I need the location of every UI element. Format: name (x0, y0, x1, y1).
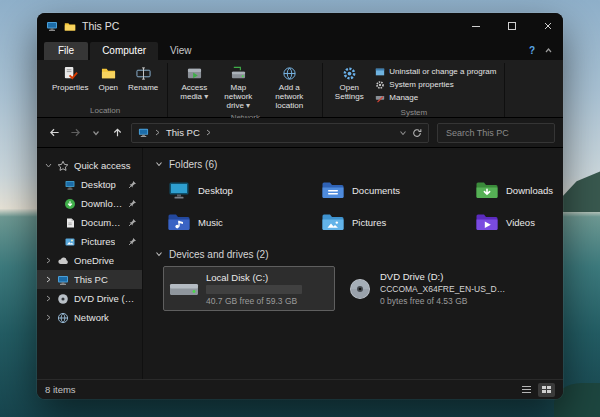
ribbon-button-label: Add a network location (265, 83, 313, 111)
sidebar-item-documents[interactable]: Documents (37, 213, 142, 232)
sidebar-item-this-pc[interactable]: This PC (37, 270, 142, 289)
ribbon-group-label: Location (48, 105, 162, 117)
sidebar-item-network[interactable]: Network (37, 308, 142, 327)
address-dropdown-icon[interactable] (399, 129, 407, 137)
breadcrumb-chevron-icon[interactable] (154, 129, 161, 136)
tile-label: Desktop (198, 185, 233, 196)
manage-icon (375, 93, 385, 103)
tab-file[interactable]: File (44, 42, 88, 60)
back-button[interactable] (45, 124, 63, 142)
minimize-button[interactable] (461, 13, 491, 39)
open-settings-button[interactable]: Open Settings (328, 63, 370, 107)
folder-tile-pictures[interactable]: Pictures (317, 208, 465, 236)
chevron-right-icon[interactable] (45, 314, 52, 321)
access-media-button[interactable]: Access media ▾ (173, 63, 215, 112)
titlebar[interactable]: This PC (37, 13, 563, 39)
ribbon-button-label: Open (98, 83, 118, 92)
folder-tile-documents[interactable]: Documents (317, 176, 465, 204)
pin-icon[interactable] (128, 218, 137, 227)
search-input[interactable] (444, 127, 548, 139)
folder-tile-desktop[interactable]: Desktop (163, 176, 311, 204)
ribbon-button-label: Manage (389, 94, 418, 102)
sidebar-item-quick-access[interactable]: Quick access (37, 156, 142, 175)
chevron-down-icon[interactable] (155, 250, 163, 258)
items-count: 8 items (45, 384, 76, 395)
refresh-icon[interactable] (412, 128, 422, 138)
star-icon (57, 160, 69, 172)
tab-computer[interactable]: Computer (90, 42, 158, 60)
drive-local-disk-c[interactable]: Local Disk (C:) 40.7 GB free of 59.3 GB (163, 266, 335, 311)
navigation-bar: This PC (37, 118, 563, 148)
manage-button[interactable]: Manage (375, 93, 496, 103)
sidebar-item-label: This PC (74, 274, 108, 285)
add-network-location-icon (282, 66, 297, 81)
sidebar-item-label: Quick access (74, 160, 131, 171)
sidebar-item-onedrive[interactable]: OneDrive (37, 251, 142, 270)
network-globe-icon (57, 312, 69, 324)
window-body: Quick access Desktop Downloads (37, 148, 563, 379)
help-icon[interactable]: ? (529, 45, 535, 56)
file-explorer-window: This PC File Computer View ? (37, 13, 563, 399)
section-header-devices[interactable]: Devices and drives (2) (155, 244, 555, 264)
chevron-right-icon[interactable] (45, 295, 52, 302)
breadcrumb-this-pc[interactable]: This PC (166, 127, 200, 138)
pin-icon[interactable] (128, 199, 137, 208)
properties-icon (63, 66, 78, 81)
ribbon-group-network-body: Access media ▾ Map network drive ▾ Add a… (173, 63, 317, 112)
chevron-down-icon[interactable] (45, 162, 52, 169)
up-button[interactable] (108, 124, 126, 142)
properties-button[interactable]: Properties (48, 63, 92, 105)
folder-tile-downloads[interactable]: Downloads (471, 176, 563, 204)
chevron-right-icon[interactable] (45, 276, 52, 283)
recent-locations-dropdown[interactable] (87, 124, 105, 142)
drive-dvd-d[interactable]: DVD Drive (D:) CCCOMA_X64FRE_EN-US_DV9 0… (341, 266, 513, 311)
section-title: Devices and drives (2) (169, 249, 268, 260)
forward-button[interactable] (66, 124, 84, 142)
drive-info: DVD Drive (D:) CCCOMA_X64FRE_EN-US_DV9 0… (380, 271, 507, 306)
view-toggle-buttons (518, 383, 555, 397)
details-view-button[interactable] (518, 383, 535, 397)
system-group-stack: Uninstall or change a program System pro… (372, 63, 499, 107)
folder-tile-music[interactable]: Music (163, 208, 311, 236)
map-network-drive-button[interactable]: Map network drive ▾ (217, 63, 259, 112)
folder-tile-videos[interactable]: Videos (471, 208, 563, 236)
sidebar-item-downloads[interactable]: Downloads (37, 194, 142, 213)
tab-view[interactable]: View (158, 42, 204, 60)
system-properties-button[interactable]: System properties (375, 80, 496, 90)
maximize-button[interactable] (497, 13, 527, 39)
chevron-down-icon[interactable] (155, 160, 163, 168)
status-bar: 8 items (37, 379, 563, 399)
ribbon: Properties Open Rename Location (37, 60, 563, 118)
sidebar-item-pictures[interactable]: Pictures (37, 232, 142, 251)
ribbon-button-label: Properties (52, 83, 88, 92)
drive-capacity-text: 40.7 GB free of 59.3 GB (206, 296, 302, 306)
collapse-ribbon-icon[interactable] (544, 46, 553, 55)
chevron-right-icon[interactable] (45, 257, 52, 264)
ribbon-group-system-body: Open Settings Uninstall or change a prog… (328, 63, 499, 107)
ribbon-group-location-body: Properties Open Rename (48, 63, 162, 105)
section-header-folders[interactable]: Folders (6) (155, 154, 555, 174)
sidebar-item-label: Documents (81, 217, 123, 228)
desktop-folder-icon (167, 180, 191, 201)
dvd-disc-icon (57, 293, 69, 305)
uninstall-program-button[interactable]: Uninstall or change a program (375, 67, 496, 77)
rename-button[interactable]: Rename (124, 63, 162, 105)
large-icons-view-button[interactable] (538, 383, 555, 397)
address-bar[interactable]: This PC (131, 123, 429, 143)
tile-label: Music (198, 217, 223, 228)
breadcrumb-chevron-icon[interactable] (205, 129, 212, 136)
search-box[interactable] (437, 123, 555, 143)
videos-folder-icon (475, 212, 499, 233)
rename-icon (136, 66, 151, 81)
ribbon-tabstrip: File Computer View ? (37, 39, 563, 60)
drive-name: DVD Drive (D:) (380, 271, 507, 282)
sidebar-item-desktop[interactable]: Desktop (37, 175, 142, 194)
uninstall-program-icon (375, 67, 385, 77)
close-button[interactable] (533, 13, 563, 39)
settings-gear-icon (342, 66, 357, 81)
pin-icon[interactable] (128, 237, 137, 246)
sidebar-item-dvd-drive[interactable]: DVD Drive (D:) CCCO (37, 289, 142, 308)
pin-icon[interactable] (128, 180, 137, 189)
add-network-location-button[interactable]: Add a network location (261, 63, 317, 112)
open-button[interactable]: Open (94, 63, 122, 105)
